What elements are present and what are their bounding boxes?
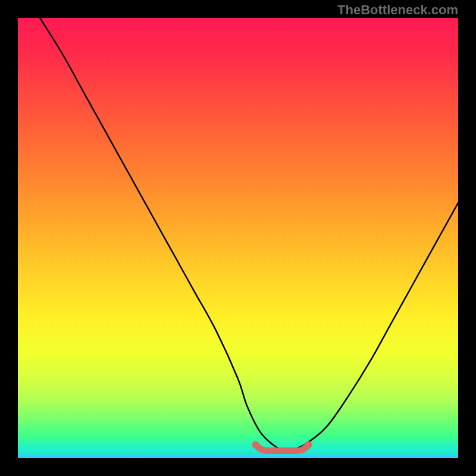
bottleneck-curve-path bbox=[40, 18, 458, 450]
chart-container: TheBottleneck.com bbox=[0, 0, 476, 476]
flat-region-end-left bbox=[252, 441, 259, 449]
flat-region-end-right bbox=[305, 441, 312, 449]
watermark-text: TheBottleneck.com bbox=[337, 2, 458, 18]
flat-region-path bbox=[256, 445, 309, 451]
curve-layer bbox=[18, 18, 458, 458]
